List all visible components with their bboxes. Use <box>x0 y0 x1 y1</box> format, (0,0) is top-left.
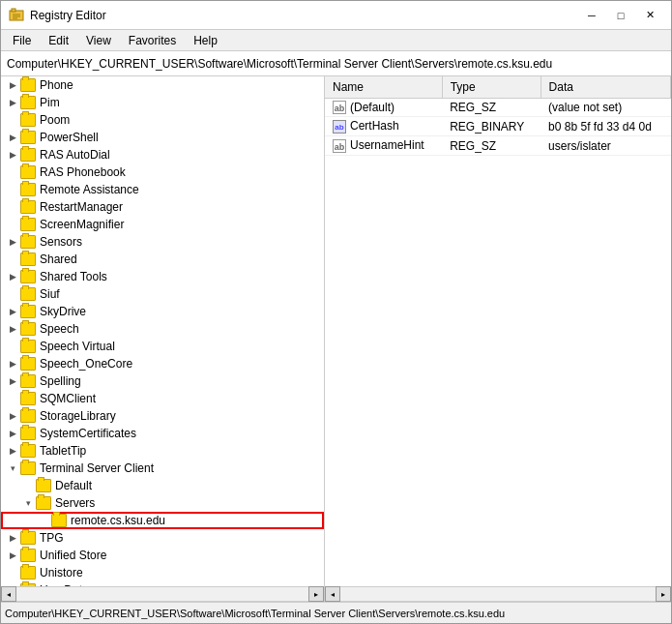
folder-icon <box>20 218 36 231</box>
tree-item-label: Terminal Server Client <box>40 460 154 477</box>
tree-item[interactable]: ▶RAS AutoDial <box>1 146 324 163</box>
tree-arrow <box>20 478 36 493</box>
maximize-button[interactable]: □ <box>607 5 634 26</box>
tree-item[interactable]: ▶SystemCertificates <box>1 425 324 442</box>
tree-item[interactable]: RAS Phonebook <box>1 163 324 181</box>
reg-type-icon: ab <box>333 139 346 153</box>
menu-file[interactable]: File <box>5 32 39 49</box>
tree-arrow: ▶ <box>5 408 20 424</box>
tree-item[interactable]: ▾Terminal Server Client <box>1 460 324 477</box>
detail-panel: Name Type Data ab(Default)REG_SZ(value n… <box>325 76 671 602</box>
tree-scroll-right[interactable]: ▸ <box>308 586 324 602</box>
detail-hscroll-track[interactable] <box>340 586 656 602</box>
folder-icon <box>20 148 36 162</box>
menu-help[interactable]: Help <box>186 32 225 49</box>
minimize-button[interactable]: ─ <box>578 5 605 26</box>
detail-row[interactable]: abUsernameHintREG_SZusers/islater <box>325 136 671 156</box>
address-path: Computer\HKEY_CURRENT_USER\Software\Micr… <box>7 57 552 71</box>
tree-scroll-left[interactable]: ◂ <box>1 586 16 602</box>
detail-type: REG_BINARY <box>442 117 541 136</box>
tree-item[interactable]: RestartManager <box>1 198 324 216</box>
tree-arrow <box>5 339 20 354</box>
tree-item[interactable]: ▾Servers <box>1 494 324 512</box>
detail-data: users/islater <box>541 136 670 156</box>
tree-item-label: Sensors <box>40 233 82 251</box>
tree-item[interactable]: Poom <box>1 111 324 129</box>
tree-arrow: ▶ <box>5 356 20 371</box>
close-button[interactable]: ✕ <box>636 5 663 26</box>
detail-table: Name Type Data ab(Default)REG_SZ(value n… <box>325 76 671 156</box>
tree-arrow: ▶ <box>5 147 20 163</box>
tree-item[interactable]: ▶Shared Tools <box>1 268 324 285</box>
tree-item[interactable]: Shared <box>1 251 324 268</box>
tree-item[interactable]: Remote Assistance <box>1 181 324 198</box>
tree-item[interactable]: ▶StorageLibrary <box>1 407 324 425</box>
col-name[interactable]: Name <box>325 76 442 98</box>
detail-scroll-left[interactable]: ◂ <box>325 586 340 602</box>
folder-icon <box>20 461 36 475</box>
detail-tbody: ab(Default)REG_SZ(value not set)abCertHa… <box>325 98 671 155</box>
menu-edit[interactable]: Edit <box>41 32 76 49</box>
menu-favorites[interactable]: Favorites <box>121 32 184 49</box>
folder-icon <box>20 409 36 423</box>
tree-item[interactable]: remote.cs.ksu.edu <box>1 512 324 529</box>
menu-view[interactable]: View <box>78 32 119 49</box>
tree-arrow: ▶ <box>5 443 20 459</box>
tree-hscroll[interactable]: ◂ ▸ <box>1 586 324 602</box>
tree-arrow: ▾ <box>5 461 20 476</box>
tree-item[interactable]: ▶Sensors <box>1 233 324 251</box>
tree-hscroll-track[interactable] <box>16 586 308 602</box>
folder-icon <box>20 113 36 127</box>
tree-item-label: Servers <box>55 494 95 512</box>
folder-icon <box>36 479 51 492</box>
tree-item[interactable]: ▶PowerShell <box>1 129 324 146</box>
col-data[interactable]: Data <box>541 76 670 98</box>
folder-icon <box>20 583 36 586</box>
tree-item[interactable]: ▶TPG <box>1 529 324 547</box>
folder-icon <box>20 96 36 109</box>
tree-scroll[interactable]: ▶Phone▶PimPoom▶PowerShell▶RAS AutoDialRA… <box>1 76 324 586</box>
tree-item-label: Pim <box>40 94 60 111</box>
registry-editor-window: Registry Editor ─ □ ✕ File Edit View Fav… <box>0 0 672 624</box>
detail-hscroll[interactable]: ◂ ▸ <box>325 586 671 602</box>
tree-item[interactable]: ▶Unified Store <box>1 547 324 564</box>
detail-row[interactable]: abCertHashREG_BINARYb0 8b 5f fd 33 d4 0d <box>325 117 671 136</box>
detail-scroll[interactable]: Name Type Data ab(Default)REG_SZ(value n… <box>325 76 671 586</box>
tree-item[interactable]: ▶SkyDrive <box>1 303 324 320</box>
tree-item-label: SkyDrive <box>40 303 86 320</box>
detail-header-row: Name Type Data <box>325 76 671 98</box>
tree-item[interactable]: ▶TabletTip <box>1 442 324 460</box>
folder-icon <box>20 253 36 266</box>
tree-item[interactable]: SQMClient <box>1 390 324 407</box>
detail-row[interactable]: ab(Default)REG_SZ(value not set) <box>325 98 671 117</box>
tree-container: ▶Phone▶PimPoom▶PowerShell▶RAS AutoDialRA… <box>1 76 324 586</box>
tree-item[interactable]: ▶Pim <box>1 94 324 111</box>
title-bar: Registry Editor ─ □ ✕ <box>1 1 671 30</box>
tree-item[interactable]: ScreenMagnifier <box>1 216 324 233</box>
folder-icon <box>20 374 36 388</box>
tree-item-label: Default <box>55 477 92 494</box>
tree-item[interactable]: ▶Speech <box>1 320 324 338</box>
tree-item-label: RestartManager <box>40 198 123 216</box>
tree-item[interactable]: ▶Spelling <box>1 372 324 390</box>
tree-item[interactable]: Speech Virtual <box>1 338 324 355</box>
col-type[interactable]: Type <box>442 76 541 98</box>
detail-data: (value not set) <box>541 98 670 117</box>
tree-item[interactable]: Siuf <box>1 285 324 303</box>
folder-icon <box>20 235 36 249</box>
tree-arrow <box>36 513 51 528</box>
reg-type-icon: ab <box>333 101 346 114</box>
tree-item[interactable]: Default <box>1 477 324 494</box>
detail-scroll-right[interactable]: ▸ <box>656 586 671 602</box>
tree-item-label: Speech_OneCore <box>40 355 132 372</box>
tree-item[interactable]: Unistore <box>1 564 324 581</box>
tree-arrow: ▶ <box>5 304 20 319</box>
tree-item[interactable]: ▶Phone <box>1 76 324 94</box>
tree-item[interactable]: ▶Speech_OneCore <box>1 355 324 372</box>
detail-name: abCertHash <box>325 117 442 136</box>
tree-item-label: Phone <box>40 76 73 94</box>
tree-item-label: RAS AutoDial <box>40 146 110 163</box>
folder-icon <box>20 183 36 196</box>
tree-item-label: Spelling <box>40 372 81 390</box>
folder-icon <box>20 566 36 579</box>
